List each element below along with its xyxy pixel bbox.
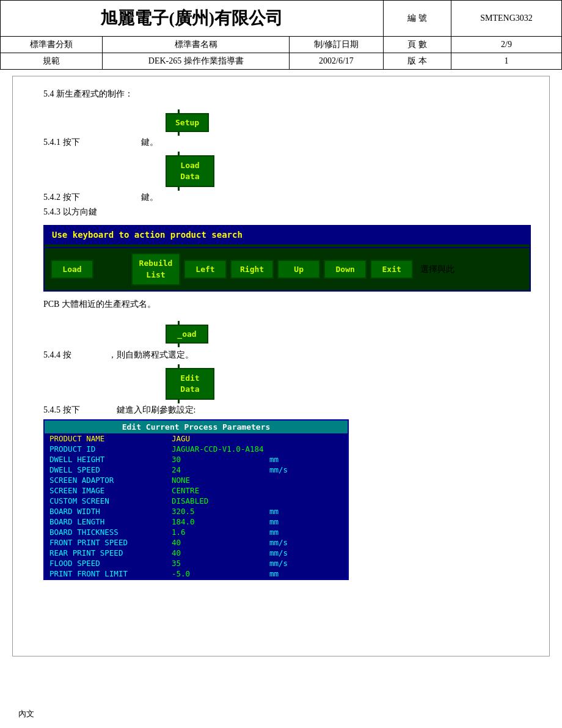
select-text: 選擇與此	[420, 264, 454, 275]
row2-col1: 規範	[1, 53, 103, 70]
step-545-suffix: 鍵進入印刷參數設定:	[117, 405, 196, 416]
param-name: FRONT PRINT SPEED	[49, 538, 172, 547]
code-value: SMTENG3032	[480, 13, 533, 23]
param-value: 1.6	[172, 528, 269, 537]
section-title: 5.4 新生產程式的制作：	[43, 89, 531, 100]
nav-rebuild-button[interactable]: RebuildList	[131, 253, 180, 285]
param-name: DWELL HEIGHT	[49, 455, 172, 464]
params-title: Edit Current Process Parameters	[45, 421, 348, 433]
param-unit: mm/s	[269, 538, 288, 547]
param-unit: mm	[269, 528, 279, 537]
step-542-label: 5.4.2 按下	[43, 192, 92, 203]
footer-text: 內文	[18, 708, 34, 719]
param-row: PRODUCT IDJAGUAR-CCD-V1.0-A184	[45, 444, 348, 454]
param-row: SCREEN IMAGECENTRE	[45, 485, 348, 496]
company-name: 旭麗電子(廣州)有限公司	[13, 7, 371, 30]
param-unit: mm	[269, 455, 279, 464]
param-name: BOARD THICKNESS	[49, 528, 172, 537]
edit-data-button[interactable]: EditData	[166, 368, 214, 400]
step-544-row: 5.4.4 按 ，則自動將程式選定。	[43, 350, 531, 361]
nav-load-button[interactable]: Load	[51, 260, 93, 279]
param-value: 40	[172, 538, 269, 547]
btn-row: Load RebuildList Left Right Up Down Exit…	[43, 247, 531, 291]
param-value: 320.5	[172, 507, 269, 516]
code-label: 編 號	[407, 13, 427, 23]
step-541-key: 鍵。	[141, 137, 158, 148]
param-value: 35	[172, 559, 269, 568]
param-name: DWELL SPEED	[49, 465, 172, 474]
nav-up-button[interactable]: Up	[277, 260, 320, 279]
param-name: BOARD LENGTH	[49, 517, 172, 526]
nav-right-button[interactable]: Right	[230, 260, 274, 279]
row2-col4-value: 1	[451, 53, 561, 70]
step-545-row: 5.4.5 按下 鍵進入印刷參數設定:	[43, 405, 531, 416]
row2-col2: DEK-265 操作作業指導書	[103, 53, 290, 70]
param-unit: mm	[269, 507, 279, 516]
param-value: CENTRE	[172, 486, 269, 495]
step-541-label: 5.4.1 按下	[43, 137, 92, 148]
param-unit: mm	[269, 569, 279, 578]
nav-section: Use keyboard to action product search Lo…	[43, 225, 531, 291]
step-542-row: 5.4.2 按下 鍵。	[43, 192, 531, 203]
col3-header: 制/修訂日期	[290, 37, 383, 53]
param-name: PRODUCT ID	[49, 444, 172, 454]
param-row: BOARD WIDTH320.5mm	[45, 506, 348, 517]
param-name: PRINT FRONT LIMIT	[49, 569, 172, 578]
col4-value: 2/9	[451, 37, 561, 53]
nav-down-button[interactable]: Down	[324, 260, 367, 279]
param-value: JAGU	[172, 434, 269, 443]
step-543-label: 5.4.3 以方向鍵	[43, 207, 97, 218]
param-value: NONE	[172, 476, 269, 485]
search-bar: Use keyboard to action product search	[43, 225, 531, 245]
param-unit: mm/s	[269, 548, 288, 557]
load-btn-wrapper: LoadData	[166, 152, 531, 191]
param-name: REAR PRINT SPEED	[49, 548, 172, 557]
param-value: 184.0	[172, 517, 269, 526]
param-row: CUSTOM SCREENDISABLED	[45, 496, 348, 506]
load2-btn-wrapper: _oad	[166, 321, 531, 347]
param-name: BOARD WIDTH	[49, 507, 172, 516]
step-541-row: 5.4.1 按下 鍵。	[43, 137, 531, 148]
step-544-suffix: ，則自動將程式選定。	[108, 350, 194, 361]
param-value: -5.0	[172, 569, 269, 578]
nav-left-button[interactable]: Left	[184, 260, 227, 279]
load-data-button[interactable]: LoadData	[166, 155, 214, 187]
param-row: FRONT PRINT SPEED40mm/s	[45, 537, 348, 548]
param-value: 24	[172, 465, 269, 474]
param-row: FLOOD SPEED35mm/s	[45, 558, 348, 568]
load2-button[interactable]: _oad	[166, 325, 208, 344]
param-value: 30	[172, 455, 269, 464]
row2-col3: 2002/6/17	[290, 53, 383, 70]
param-name: PRODUCT NAME	[49, 434, 172, 443]
param-row: BOARD THICKNESS1.6mm	[45, 527, 348, 537]
param-row: REAR PRINT SPEED40mm/s	[45, 548, 348, 558]
param-unit: mm	[269, 517, 279, 526]
param-name: CUSTOM SCREEN	[49, 496, 172, 506]
param-row: PRODUCT NAMEJAGU	[45, 433, 348, 444]
param-name: FLOOD SPEED	[49, 559, 172, 568]
param-row: BOARD LENGTH184.0mm	[45, 517, 348, 527]
param-value: JAGUAR-CCD-V1.0-A184	[172, 444, 269, 454]
setup-button[interactable]: Setup	[166, 113, 209, 132]
edit-btn-wrapper: EditData	[166, 364, 531, 403]
param-value: DISABLED	[172, 496, 269, 506]
row2-col4: 版 本	[383, 53, 451, 70]
col4-header: 頁 數	[383, 37, 451, 53]
nav-exit-button[interactable]: Exit	[370, 260, 413, 279]
step-544-label: 5.4.4 按	[43, 350, 71, 361]
col2-header: 標準書名稱	[103, 37, 290, 53]
param-unit: mm/s	[269, 559, 288, 568]
setup-btn-wrapper: Setup	[166, 109, 531, 136]
param-name: SCREEN IMAGE	[49, 486, 172, 495]
step-542-key: 鍵。	[141, 192, 158, 203]
param-unit: mm/s	[269, 465, 288, 474]
param-row: DWELL HEIGHT30mm	[45, 454, 348, 465]
step-545-label: 5.4.5 按下	[43, 405, 80, 416]
param-value: 40	[172, 548, 269, 557]
param-name: SCREEN ADAPTOR	[49, 476, 172, 485]
param-row: SCREEN ADAPTORNONE	[45, 475, 348, 485]
param-row: DWELL SPEED24mm/s	[45, 465, 348, 475]
step-543-row: 5.4.3 以方向鍵	[43, 207, 531, 218]
params-box: Edit Current Process Parameters PRODUCT …	[43, 419, 349, 580]
header-table: 旭麗電子(廣州)有限公司 編 號 SMTENG3032 標準書分類 標準書名稱 …	[0, 0, 562, 70]
